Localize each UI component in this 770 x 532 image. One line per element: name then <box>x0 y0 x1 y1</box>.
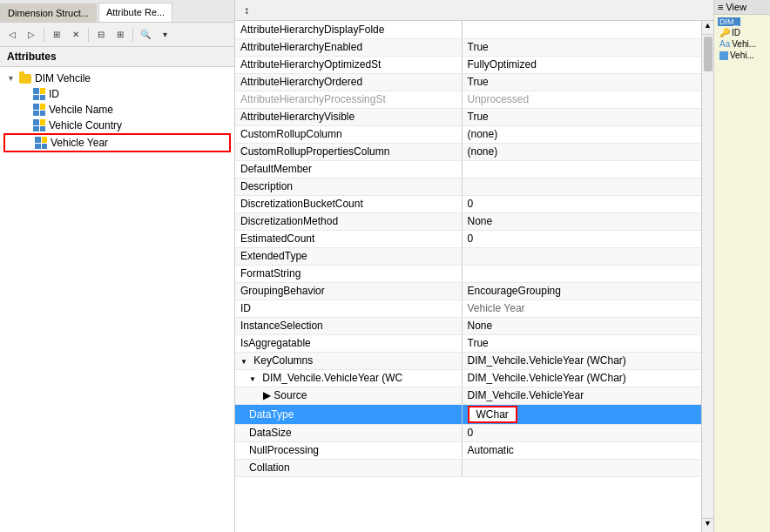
prop-value-7: (none) <box>462 143 701 160</box>
back-button[interactable]: ◁ <box>3 26 21 44</box>
tab-dimension-struct[interactable]: Dimension Struct... <box>0 3 97 22</box>
prop-name-18: IsAggregatable <box>235 334 462 352</box>
prop-value-14 <box>462 265 701 282</box>
scroll-thumb[interactable] <box>704 37 713 71</box>
right-tree-id[interactable]: 🔑 ID <box>716 27 768 38</box>
vertical-scrollbar[interactable]: ▲ ▼ <box>701 21 713 532</box>
left-tab-bar: Dimension Struct... Attribute Re... <box>0 0 234 23</box>
prop-row-datatype[interactable]: DataType WChar <box>235 404 701 424</box>
prop-name-1: AttributeHierarchyEnabled <box>235 38 462 56</box>
prop-name-5: AttributeHierarchyVisible <box>235 108 462 125</box>
delete-button[interactable]: ✕ <box>67 26 84 44</box>
prop-value-25 <box>462 459 701 476</box>
prop-row-0[interactable]: AttributeHierarchyDisplayFolde <box>235 21 701 38</box>
prop-name-15: GroupingBehavior <box>235 282 462 300</box>
key-icon: 🔑 <box>719 28 730 37</box>
prop-row-3[interactable]: AttributeHierarchyOrdered True <box>235 73 701 91</box>
scroll-track[interactable] <box>702 35 713 518</box>
prop-value-24: Automatic <box>462 441 701 459</box>
datatype-value: WChar <box>468 406 517 423</box>
main-container: Dimension Struct... Attribute Re... ◁ ▷ … <box>0 0 770 532</box>
tab-attribute-re[interactable]: Attribute Re... <box>98 3 172 22</box>
prop-name-21: ▶ Source <box>235 387 462 404</box>
add-button[interactable]: ⊞ <box>48 26 65 44</box>
prop-name-0: AttributeHierarchyDisplayFolde <box>235 21 462 38</box>
prop-value-12: 0 <box>462 230 701 247</box>
panel-header: Attributes <box>0 47 234 67</box>
prop-row-15[interactable]: GroupingBehavior EncourageGrouping <box>235 282 701 300</box>
prop-row-17[interactable]: InstanceSelection None <box>235 317 701 334</box>
collapse-icon-19[interactable]: ▼ <box>240 358 247 366</box>
prop-value-20: DIM_Vehcile.VehicleYear (WChar) <box>462 369 701 387</box>
prop-row-19[interactable]: ▼ KeyColumns DIM_Vehcile.VehicleYear (WC… <box>235 352 701 369</box>
grid-button[interactable]: ⊟ <box>92 26 110 44</box>
right-tree-dim[interactable]: DIM_ <box>716 17 768 27</box>
prop-row-9[interactable]: Description <box>235 178 701 195</box>
grid-icon-year <box>35 137 47 149</box>
prop-value-11: None <box>462 212 701 230</box>
prop-row-13[interactable]: ExtendedType <box>235 247 701 265</box>
text-icon-1: Aa <box>719 39 730 49</box>
tree-container[interactable]: ▼ DIM Vehcile ID <box>0 67 234 532</box>
grid-icon-name <box>33 104 45 116</box>
prop-row-24[interactable]: NullProcessing Automatic <box>235 441 701 459</box>
sep2 <box>88 28 89 42</box>
prop-name-25: Collation <box>235 459 462 476</box>
tree-item-vehicle-year[interactable]: Vehicle Year <box>3 133 231 152</box>
prop-name-11: DiscretizationMethod <box>235 212 462 230</box>
scroll-up[interactable]: ▲ <box>702 21 713 35</box>
grid2-button[interactable]: ⊞ <box>111 26 129 44</box>
tree-item-vehcile-name[interactable]: Vehcile Name <box>3 102 231 118</box>
collapse-icon-20[interactable]: ▼ <box>249 375 256 383</box>
tree-item-id[interactable]: ID <box>3 86 231 102</box>
prop-row-1[interactable]: AttributeHierarchyEnabled True <box>235 38 701 56</box>
props-table[interactable]: AttributeHierarchyDisplayFolde Attribute… <box>235 21 701 532</box>
prop-row-14[interactable]: FormatString <box>235 265 701 282</box>
prop-name-16: ID <box>235 300 462 317</box>
prop-row-23[interactable]: DataSize 0 <box>235 424 701 441</box>
prop-row-5[interactable]: AttributeHierarchyVisible True <box>235 108 701 125</box>
prop-value-3: True <box>462 73 701 91</box>
prop-row-10[interactable]: DiscretizationBucketCount 0 <box>235 195 701 212</box>
right-id-label: ID <box>732 28 740 37</box>
prop-row-25[interactable]: Collation <box>235 459 701 476</box>
scroll-down[interactable]: ▼ <box>702 518 713 532</box>
right-tree-vehi1[interactable]: Aa Vehi... <box>716 38 768 50</box>
prop-name-datatype: DataType <box>235 404 462 424</box>
prop-row-18[interactable]: IsAggregatable True <box>235 334 701 352</box>
tree-root[interactable]: ▼ DIM Vehcile <box>3 71 231 86</box>
prop-name-3: AttributeHierarchyOrdered <box>235 73 462 91</box>
prop-value-2: FullyOptimized <box>462 56 701 73</box>
tree-item-vehicle-country[interactable]: Vehicle Country <box>3 118 231 133</box>
right-side-panel: ≡ View DIM_ 🔑 ID Aa Vehi... Vehi... <box>713 0 770 532</box>
right-tree-vehi2[interactable]: Vehi... <box>716 50 768 61</box>
prop-value-15: EncourageGrouping <box>462 282 701 300</box>
forward-button[interactable]: ▷ <box>23 26 40 44</box>
prop-name-4: AttributeHierarchyProcessingSt <box>235 91 462 108</box>
dropdown-button[interactable]: ▾ <box>156 26 173 44</box>
prop-name-7: CustomRollupPropertiesColumn <box>235 143 462 160</box>
left-panel: Dimension Struct... Attribute Re... ◁ ▷ … <box>0 0 235 532</box>
prop-row-2[interactable]: AttributeHierarchyOptimizedSt FullyOptim… <box>235 56 701 73</box>
prop-name-14: FormatString <box>235 265 462 282</box>
prop-row-6[interactable]: CustomRollupColumn (none) <box>235 125 701 143</box>
dim-badge: DIM_ <box>718 17 740 26</box>
prop-row-8[interactable]: DefaultMember <box>235 160 701 178</box>
props-container: AttributeHierarchyDisplayFolde Attribute… <box>235 21 713 532</box>
prop-value-17: None <box>462 317 701 334</box>
prop-value-18: True <box>462 334 701 352</box>
prop-name-8: DefaultMember <box>235 160 462 178</box>
prop-row-20[interactable]: ▼ DIM_Vehcile.VehicleYear (WC DIM_Vehcil… <box>235 369 701 387</box>
prop-value-datatype: WChar <box>462 404 701 424</box>
prop-name-10: DiscretizationBucketCount <box>235 195 462 212</box>
prop-row-4[interactable]: AttributeHierarchyProcessingSt Unprocess… <box>235 91 701 108</box>
props-toolbar: ↕ <box>235 0 713 21</box>
sort-button[interactable]: ↕ <box>239 3 254 18</box>
right-panel: ↕ AttributeHierarchyDisplayFolde <box>235 0 713 532</box>
prop-row-7[interactable]: CustomRollupPropertiesColumn (none) <box>235 143 701 160</box>
prop-row-21[interactable]: ▶ Source DIM_Vehcile.VehicleYear <box>235 387 701 404</box>
search-button[interactable]: 🔍 <box>137 26 154 44</box>
prop-row-16[interactable]: ID Vehicle Year <box>235 300 701 317</box>
prop-row-11[interactable]: DiscretizationMethod None <box>235 212 701 230</box>
prop-row-12[interactable]: EstimatedCount 0 <box>235 230 701 247</box>
